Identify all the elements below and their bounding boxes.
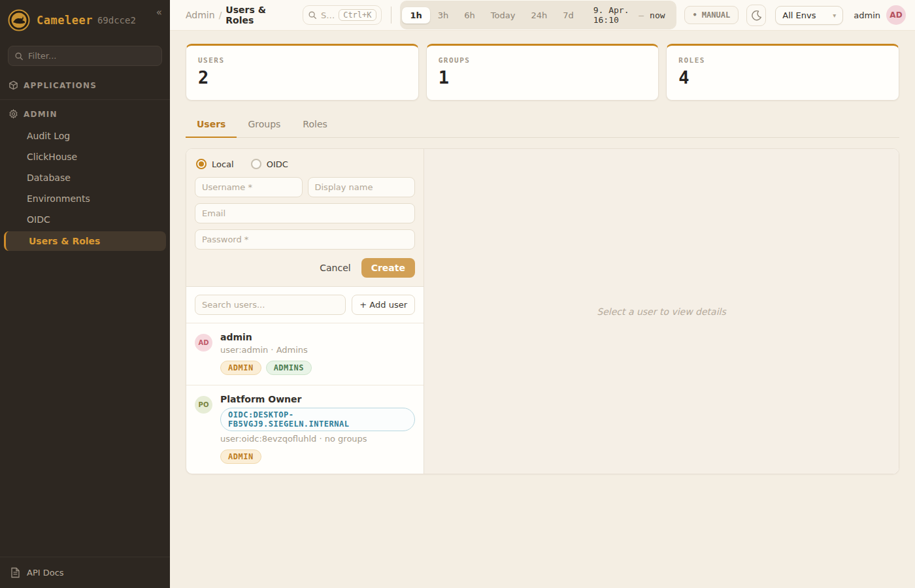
stat-cards: USERS 2 GROUPS 1 ROLES 4 — [186, 44, 899, 101]
sidebar-header: Cameleer 69dcce2 « — [0, 0, 170, 41]
stat-value: 4 — [678, 67, 887, 88]
tab-bar: Users Groups Roles — [186, 113, 899, 138]
stat-label: GROUPS — [439, 56, 647, 65]
add-user-button[interactable]: + Add user — [352, 295, 415, 315]
sidebar-filter[interactable] — [8, 46, 162, 66]
time-range-6h[interactable]: 6h — [456, 7, 483, 24]
user-row-body: admin user:admin · Admins ADMIN ADMINS — [220, 332, 312, 375]
users-list-pane: Local OIDC — [186, 149, 424, 474]
topbar-divider — [391, 7, 391, 24]
topbar: Admin / Users & Roles S… Ctrl+K 1h 3h 6h… — [170, 0, 915, 31]
user-badges: ADMIN — [220, 449, 415, 464]
section-label: ADMIN — [24, 110, 58, 119]
sidebar-item-users-roles[interactable]: Users & Roles — [4, 231, 166, 251]
time-range-24h[interactable]: 24h — [523, 7, 555, 24]
radio-unchecked-icon — [251, 159, 261, 169]
empty-state-message: Select a user to view details — [597, 306, 726, 317]
global-search[interactable]: S… Ctrl+K — [303, 5, 382, 25]
stat-card-groups: GROUPS 1 — [426, 44, 659, 101]
form-row — [195, 177, 415, 197]
auth-option-label: Local — [212, 159, 234, 169]
cancel-button[interactable]: Cancel — [320, 263, 350, 273]
auth-option-oidc[interactable]: OIDC — [251, 159, 288, 169]
role-badge-admin: ADMIN — [220, 361, 261, 375]
collapse-sidebar-icon[interactable]: « — [156, 7, 162, 18]
search-icon — [14, 52, 24, 61]
form-actions: Cancel Create — [195, 258, 415, 278]
moon-icon — [751, 10, 762, 21]
auth-option-local[interactable]: Local — [196, 159, 234, 169]
user-row-admin[interactable]: AD admin user:admin · Admins ADMIN ADMIN… — [186, 323, 424, 385]
display-name-field[interactable] — [308, 177, 416, 197]
build-id: 69dcce2 — [97, 15, 136, 25]
page-content: USERS 2 GROUPS 1 ROLES 4 Users Groups Ro… — [170, 31, 915, 588]
search-icon — [308, 10, 317, 20]
stat-card-roles: ROLES 4 — [666, 44, 899, 101]
tab-roles[interactable]: Roles — [291, 113, 338, 137]
sidebar-section-admin[interactable]: ADMIN — [0, 103, 170, 125]
time-range-selector: 1h 3h 6h Today 24h 7d 9. Apr. 16:10 — no… — [400, 1, 676, 29]
auth-option-label: OIDC — [267, 159, 288, 169]
current-user-name: admin — [854, 10, 880, 20]
sidebar: Cameleer 69dcce2 « APPLICATIONS ADMIN Au… — [0, 0, 170, 588]
shortcut-badge: Ctrl+K — [339, 9, 376, 21]
time-range-3h[interactable]: 3h — [430, 7, 457, 24]
user-menu: admin AD — [854, 5, 906, 25]
form-row — [195, 229, 415, 250]
time-to: now — [650, 10, 665, 20]
api-docs-link[interactable]: API Docs — [0, 557, 170, 588]
stat-label: ROLES — [678, 56, 887, 65]
sidebar-spacer — [0, 252, 170, 557]
sidebar-item-database[interactable]: Database — [0, 169, 170, 187]
cube-icon — [8, 80, 18, 90]
time-from: 9. Apr. 16:10 — [593, 5, 633, 25]
api-docs-label: API Docs — [27, 568, 64, 578]
global-search-placeholder: S… — [321, 10, 335, 20]
avatar: PO — [195, 396, 212, 414]
custom-time-range[interactable]: 9. Apr. 16:10 — now — [582, 3, 674, 27]
username-field[interactable] — [195, 177, 303, 197]
sidebar-item-clickhouse[interactable]: ClickHouse — [0, 148, 170, 166]
oidc-provider-badge: OIDC:DESKTOP-FB5VGJ9.SIEGELN.INTERNAL — [220, 408, 415, 431]
tab-groups[interactable]: Groups — [237, 113, 291, 137]
stat-label: USERS — [198, 56, 407, 65]
user-name: admin — [220, 332, 312, 342]
user-subtitle: user:admin · Admins — [220, 345, 312, 355]
email-field[interactable] — [195, 203, 415, 223]
sidebar-filter-input[interactable] — [28, 51, 156, 61]
avatar: AD — [195, 334, 212, 351]
search-users-input[interactable] — [195, 295, 346, 315]
sidebar-divider — [0, 99, 170, 100]
environment-selected: All Envs — [782, 10, 816, 20]
group-badge-admins: ADMINS — [266, 361, 312, 375]
sidebar-item-environments[interactable]: Environments — [0, 189, 170, 208]
create-button[interactable]: Create — [361, 258, 415, 278]
theme-toggle-button[interactable] — [746, 5, 766, 26]
time-range-today[interactable]: Today — [483, 7, 524, 24]
sidebar-item-oidc[interactable]: OIDC — [0, 210, 170, 229]
tab-users[interactable]: Users — [186, 113, 237, 138]
time-range-7d[interactable]: 7d — [555, 7, 582, 24]
password-field[interactable] — [195, 229, 415, 250]
stat-value: 1 — [439, 67, 647, 88]
refresh-mode-button[interactable]: • MANUAL — [684, 6, 739, 24]
user-badges: ADMIN ADMINS — [220, 361, 312, 375]
radio-checked-icon — [196, 159, 207, 169]
user-row-platform-owner[interactable]: PO Platform Owner OIDC:DESKTOP-FB5VGJ9.S… — [186, 385, 424, 474]
sidebar-section-applications[interactable]: APPLICATIONS — [0, 74, 170, 97]
users-panel: Local OIDC — [186, 148, 899, 474]
role-badge-admin: ADMIN — [220, 449, 261, 464]
form-row — [195, 203, 415, 223]
auth-type-radios: Local OIDC — [195, 157, 415, 177]
refresh-mode-label: MANUAL — [702, 10, 730, 20]
time-range-separator: — — [639, 10, 644, 20]
refresh-bullet-icon: • — [693, 10, 697, 20]
breadcrumb-parent[interactable]: Admin — [186, 10, 215, 20]
avatar[interactable]: AD — [886, 5, 906, 25]
user-row-body: Platform Owner OIDC:DESKTOP-FB5VGJ9.SIEG… — [220, 394, 415, 464]
sidebar-item-audit-log[interactable]: Audit Log — [0, 127, 170, 145]
app-name: Cameleer — [37, 14, 93, 27]
chevron-down-icon: ▾ — [833, 12, 836, 19]
time-range-1h[interactable]: 1h — [402, 7, 429, 24]
environment-selector[interactable]: All Envs ▾ — [775, 6, 843, 25]
